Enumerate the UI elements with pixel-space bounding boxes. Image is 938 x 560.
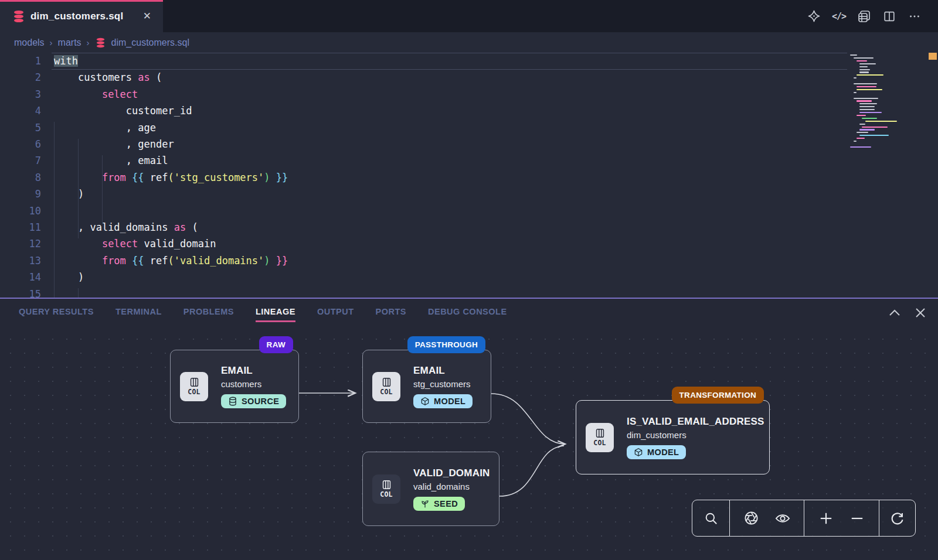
code-line: customer_id bbox=[54, 103, 192, 119]
panel-tab-debug-console[interactable]: DEBUG CONSOLE bbox=[428, 303, 507, 322]
code-line: from {{ ref('stg_customers') }} bbox=[54, 169, 288, 186]
seedling-icon bbox=[420, 499, 430, 508]
code-line: customers as ( bbox=[54, 69, 162, 86]
code-line: , age bbox=[54, 119, 156, 136]
line-number: 6 bbox=[0, 136, 41, 152]
editor-actions: </> bbox=[807, 0, 938, 32]
split-editor-icon[interactable] bbox=[882, 9, 896, 23]
tab-title: dim_customers.sql bbox=[30, 11, 136, 22]
line-number: 4 bbox=[0, 103, 41, 119]
active-tab-accent bbox=[0, 0, 163, 2]
lineage-toolbar bbox=[692, 500, 916, 537]
ide-window: dim_customers.sql ✕ </> bbox=[0, 0, 938, 560]
node-subtitle: stg_customers bbox=[413, 378, 471, 390]
indent-guide bbox=[102, 155, 103, 222]
cube-icon bbox=[420, 397, 430, 406]
chevron-up-icon[interactable] bbox=[889, 309, 900, 316]
code-icon[interactable]: </> bbox=[832, 9, 846, 23]
aperture-icon[interactable] bbox=[741, 508, 761, 528]
lineage-node-valid_domains[interactable]: COLVALID_DOMAINvalid_domainsSEED bbox=[362, 452, 499, 526]
node-category-badge: TRANSFORMATION bbox=[672, 387, 764, 404]
panel-tab-terminal[interactable]: TERMINAL bbox=[115, 303, 162, 322]
indent-guide bbox=[78, 288, 79, 298]
breadcrumb-item-file[interactable]: dim_customers.sql bbox=[111, 37, 189, 48]
more-icon[interactable] bbox=[908, 9, 922, 23]
eye-icon[interactable] bbox=[773, 508, 793, 528]
code-line: , gender bbox=[54, 136, 174, 152]
node-title: EMAIL bbox=[221, 364, 253, 377]
panel-tab-query-results[interactable]: QUERY RESULTS bbox=[19, 303, 94, 322]
code-editor[interactable]: 123456789101112131415 with customers as … bbox=[0, 53, 938, 298]
panel-tab-bar: QUERY RESULTSTERMINALPROBLEMSLINEAGEOUTP… bbox=[0, 299, 938, 326]
line-number: 10 bbox=[0, 203, 41, 219]
minimap[interactable] bbox=[850, 53, 909, 298]
code-line: ) bbox=[54, 186, 84, 202]
column-chip: COL bbox=[180, 372, 208, 401]
close-tab-icon[interactable]: ✕ bbox=[142, 10, 152, 22]
code-line: , valid_domains as ( bbox=[54, 219, 198, 235]
lineage-canvas[interactable]: RAWCOLEMAILcustomersSOURCEPASSTHROUGHCOL… bbox=[0, 326, 938, 560]
panel-tab-ports[interactable]: PORTS bbox=[376, 303, 406, 322]
column-chip: COL bbox=[372, 372, 400, 401]
code-line: with bbox=[54, 53, 78, 69]
node-category-badge: RAW bbox=[259, 336, 293, 353]
node-type-badge[interactable]: SEED bbox=[413, 497, 465, 511]
indent-guide bbox=[54, 122, 55, 298]
database-file-icon bbox=[13, 10, 25, 23]
breadcrumb-item-marts[interactable]: marts bbox=[58, 37, 81, 48]
column-chip: COL bbox=[586, 423, 614, 452]
close-icon[interactable] bbox=[916, 308, 925, 317]
minus-icon[interactable] bbox=[847, 508, 867, 528]
panel-tab-output[interactable]: OUTPUT bbox=[317, 303, 354, 322]
line-number: 11 bbox=[0, 219, 41, 235]
editor-tab-bar: dim_customers.sql ✕ </> bbox=[0, 0, 938, 32]
database-file-icon bbox=[96, 37, 106, 48]
plus-icon[interactable] bbox=[816, 508, 836, 528]
panel-tab-problems[interactable]: PROBLEMS bbox=[183, 303, 234, 322]
breadcrumb-separator: › bbox=[87, 37, 90, 47]
node-subtitle: dim_customers bbox=[627, 429, 686, 441]
code-line: ) bbox=[54, 269, 84, 285]
line-number: 5 bbox=[0, 119, 41, 136]
breadcrumb-separator: › bbox=[50, 37, 53, 47]
cube-icon bbox=[634, 448, 643, 457]
lineage-node-stg_customers[interactable]: PASSTHROUGHCOLEMAILstg_customersMODEL bbox=[362, 350, 491, 423]
scrollbar-marker bbox=[929, 53, 937, 60]
breadcrumb-item-models[interactable]: models bbox=[14, 37, 45, 48]
code-line: , email bbox=[54, 152, 168, 169]
indent-guide bbox=[78, 139, 79, 238]
node-type-badge[interactable]: SOURCE bbox=[221, 394, 286, 408]
line-number: 12 bbox=[0, 235, 41, 252]
line-number: 1 bbox=[0, 53, 41, 69]
line-number: 13 bbox=[0, 252, 41, 269]
query-results-icon[interactable] bbox=[857, 9, 871, 23]
node-type-badge[interactable]: MODEL bbox=[413, 394, 473, 408]
line-number: 8 bbox=[0, 169, 41, 186]
panel-tab-lineage[interactable]: LINEAGE bbox=[256, 303, 295, 322]
lineage-node-dim_customers[interactable]: TRANSFORMATIONCOLIS_VALID_EMAIL_ADDRESSd… bbox=[576, 400, 770, 474]
breadcrumb: models › marts › dim_customers.sql bbox=[0, 32, 938, 53]
edge-seed-to-dim bbox=[499, 446, 564, 496]
node-subtitle: valid_domains bbox=[413, 481, 470, 492]
line-number: 9 bbox=[0, 186, 41, 202]
node-type-badge[interactable]: MODEL bbox=[627, 445, 686, 459]
line-number: 14 bbox=[0, 269, 41, 285]
panel-actions bbox=[889, 299, 925, 326]
node-title: IS_VALID_EMAIL_ADDRESS bbox=[627, 415, 764, 428]
node-title: EMAIL bbox=[413, 364, 445, 377]
bottom-panel: QUERY RESULTSTERMINALPROBLEMSLINEAGEOUTP… bbox=[0, 299, 938, 560]
search-icon[interactable] bbox=[701, 508, 721, 528]
line-number: 15 bbox=[0, 286, 41, 298]
refresh-icon[interactable] bbox=[888, 508, 908, 528]
line-number: 2 bbox=[0, 69, 41, 86]
tab-dim-customers[interactable]: dim_customers.sql ✕ bbox=[0, 0, 163, 32]
line-number: 3 bbox=[0, 86, 41, 103]
node-category-badge: PASSTHROUGH bbox=[407, 336, 485, 353]
node-subtitle: customers bbox=[221, 378, 261, 390]
line-number: 7 bbox=[0, 152, 41, 169]
database-icon bbox=[228, 397, 237, 406]
dbt-icon[interactable] bbox=[807, 9, 821, 23]
edge-stg-to-dim bbox=[491, 394, 565, 444]
node-title: VALID_DOMAIN bbox=[413, 467, 490, 479]
lineage-node-customers[interactable]: RAWCOLEMAILcustomersSOURCE bbox=[170, 350, 299, 423]
